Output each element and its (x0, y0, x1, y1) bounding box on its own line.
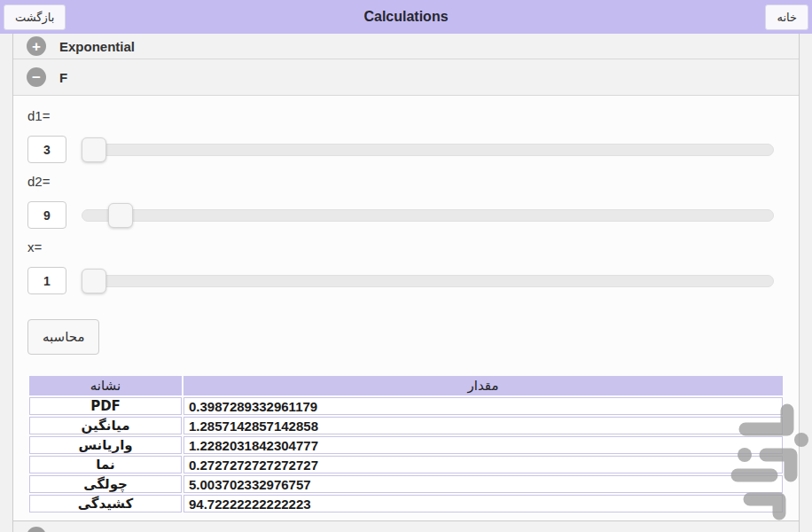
table-row: میانگین 1.2857142857142858 (29, 417, 783, 434)
results-table: نشانه مقدار PDF 0.3987289332961179 میانگ… (27, 374, 785, 514)
symbol-column-header: نشانه (29, 376, 182, 395)
x-slider-thumb[interactable] (82, 269, 106, 293)
value-cell: 5.003702332976757 (183, 475, 783, 493)
d2-slider-track[interactable] (82, 209, 774, 222)
d1-slider-track[interactable] (82, 144, 774, 156)
page-title: Calculations (0, 9, 812, 25)
calculate-button[interactable]: محاسبه (27, 319, 99, 355)
x-label: x= (27, 239, 785, 255)
app-screen: بازگشت Calculations خانه + Exponential −… (0, 0, 812, 532)
value-cell: 0.2727272727272727 (183, 456, 783, 473)
d2-slider-thumb[interactable] (108, 203, 133, 228)
x-row (27, 267, 785, 294)
accordion-label-f: F (59, 70, 67, 85)
accordion-label-exponential: Exponential (59, 39, 135, 54)
value-column-header: مقدار (183, 376, 783, 395)
table-row: PDF 0.3987289332961179 (29, 397, 783, 415)
expand-plus-icon (27, 527, 46, 532)
back-button[interactable]: بازگشت (4, 4, 66, 30)
x-slider-track[interactable] (82, 275, 774, 287)
top-bar: بازگشت Calculations خانه (0, 0, 812, 34)
symbol-cell: نما (29, 456, 182, 473)
table-row: چولگی 5.003702332976757 (29, 475, 783, 493)
d2-label: d2= (27, 174, 785, 190)
accordion-header-f[interactable]: − F (13, 59, 799, 96)
d1-input[interactable] (27, 136, 66, 163)
value-cell: 1.2857142857142858 (183, 417, 783, 434)
accordion-header-next-partial[interactable] (13, 520, 799, 532)
accordion-container: + Exponential − F d1= d2= (12, 34, 800, 532)
table-row: واریانس 1.2282031842304777 (29, 436, 783, 454)
table-row: کشیدگی 94.72222222222223 (29, 495, 783, 512)
x-slider[interactable] (82, 269, 774, 293)
table-header-row: نشانه مقدار (29, 376, 783, 395)
expand-plus-icon[interactable]: + (27, 36, 46, 56)
d2-slider[interactable] (82, 203, 774, 228)
symbol-cell: چولگی (29, 475, 182, 493)
collapse-minus-icon[interactable]: − (27, 67, 46, 87)
d1-slider[interactable] (82, 137, 774, 162)
accordion-header-exponential[interactable]: + Exponential (13, 34, 799, 59)
symbol-cell: واریانس (29, 436, 182, 454)
symbol-cell: میانگین (29, 417, 182, 434)
symbol-cell: کشیدگی (29, 495, 182, 512)
value-cell: 1.2282031842304777 (183, 436, 783, 454)
d2-row (27, 201, 785, 229)
d2-input[interactable] (27, 201, 66, 229)
table-row: نما 0.2727272727272727 (29, 456, 783, 473)
value-cell: 0.3987289332961179 (183, 397, 783, 415)
home-button[interactable]: خانه (765, 4, 808, 30)
x-input[interactable] (27, 267, 66, 294)
d1-label: d1= (27, 108, 785, 124)
d1-slider-thumb[interactable] (82, 137, 106, 162)
symbol-cell: PDF (29, 397, 182, 415)
value-cell: 94.72222222222223 (183, 495, 783, 512)
f-distribution-panel: d1= d2= x= (13, 96, 799, 514)
d1-row (27, 136, 785, 163)
